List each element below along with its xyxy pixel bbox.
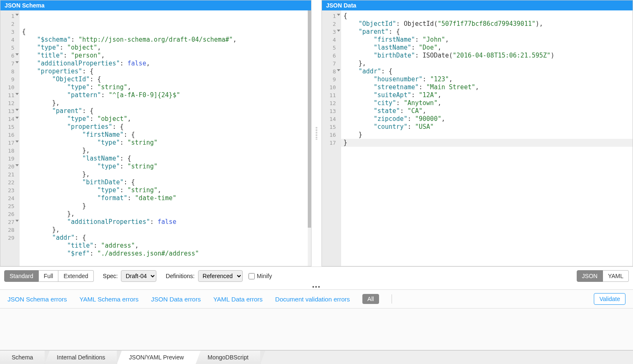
error-filter-link[interactable]: Document validation errors [275, 296, 350, 303]
fold-marker-icon[interactable] [15, 117, 19, 119]
minify-checkbox-wrap[interactable]: Minify [249, 273, 272, 279]
bottom-tab-json-yaml-preview[interactable]: JSON/YAML Preview [117, 351, 196, 364]
json-data-code[interactable]: { "ObjectId": ObjectId("507f1f77bcf86cd7… [341, 10, 633, 266]
json-data-header: JSON Data [322, 0, 633, 10]
minify-label: Minify [257, 273, 272, 279]
error-filter-link[interactable]: JSON Data errors [151, 296, 201, 303]
fold-marker-icon[interactable] [337, 14, 340, 16]
definitions-select[interactable]: Referenced [198, 270, 243, 282]
fold-marker-icon[interactable] [15, 61, 19, 63]
fold-marker-icon[interactable] [15, 93, 19, 95]
mode-standard-button[interactable]: Standard [4, 270, 39, 282]
fold-marker-icon[interactable] [15, 220, 19, 222]
spec-select[interactable]: Draft-04 [121, 270, 156, 282]
json-schema-gutter[interactable]: 1234567891011121314151617181920212223242… [0, 10, 20, 266]
scrollbar-track[interactable] [308, 10, 311, 266]
bottom-tabs: SchemaInternal DefinitionsJSON/YAML Prev… [0, 350, 633, 364]
fold-marker-icon[interactable] [15, 109, 19, 111]
bottom-tab-internal-definitions[interactable]: Internal Definitions [45, 351, 117, 364]
fold-marker-icon[interactable] [15, 141, 19, 143]
format-json-button[interactable]: JSON [577, 270, 603, 282]
fold-marker-icon[interactable] [15, 14, 19, 16]
error-filter-link[interactable]: YAML Data errors [213, 296, 262, 303]
format-yaml-button[interactable]: YAML [603, 270, 629, 282]
validate-button[interactable]: Validate [594, 293, 625, 305]
json-schema-header: JSON Schema [0, 0, 311, 10]
error-filter-link[interactable]: YAML Schema errors [80, 296, 139, 303]
mode-button-group: StandardFullExtended [4, 270, 94, 282]
fold-marker-icon[interactable] [337, 69, 340, 71]
mode-full-button[interactable]: Full [39, 270, 59, 282]
divider [392, 294, 392, 304]
json-data-gutter[interactable]: 1234567891011121314151617 [322, 10, 341, 266]
bottom-tab-schema[interactable]: Schema [0, 351, 45, 364]
spec-label: Spec: [103, 273, 118, 279]
definitions-label: Definitions: [166, 273, 194, 279]
fold-marker-icon[interactable] [15, 164, 19, 166]
fold-marker-icon[interactable] [337, 30, 340, 32]
mode-extended-button[interactable]: Extended [58, 270, 93, 282]
minify-checkbox[interactable] [249, 273, 255, 279]
error-filter-link[interactable]: JSON Schema errors [8, 296, 67, 303]
format-button-group: JSONYAML [577, 270, 629, 282]
options-toolbar: StandardFullExtended Spec: Draft-04 Defi… [0, 266, 633, 285]
horizontal-resizer[interactable] [315, 0, 318, 266]
json-schema-editor[interactable]: 1234567891011121314151617181920212223242… [0, 10, 311, 266]
errors-filter-bar: JSON Schema errorsYAML Schema errorsJSON… [0, 289, 633, 309]
all-errors-pill[interactable]: All [362, 294, 379, 304]
bottom-tab-mongodbscript[interactable]: MongoDBScript [196, 351, 261, 364]
vertical-resizer[interactable]: ••• [0, 285, 633, 289]
editors-split-pane: JSON Schema 1234567891011121314151617181… [0, 0, 633, 266]
fold-marker-icon[interactable] [15, 53, 19, 55]
json-data-editor[interactable]: 1234567891011121314151617 { "ObjectId": … [322, 10, 633, 266]
json-data-panel: JSON Data 1234567891011121314151617 { "O… [322, 0, 633, 266]
errors-output-panel [0, 309, 633, 350]
scrollbar-thumb[interactable] [308, 10, 311, 228]
json-schema-panel: JSON Schema 1234567891011121314151617181… [0, 0, 311, 266]
json-schema-code[interactable]: { "$schema": "http://json-schema.org/dra… [20, 10, 311, 266]
